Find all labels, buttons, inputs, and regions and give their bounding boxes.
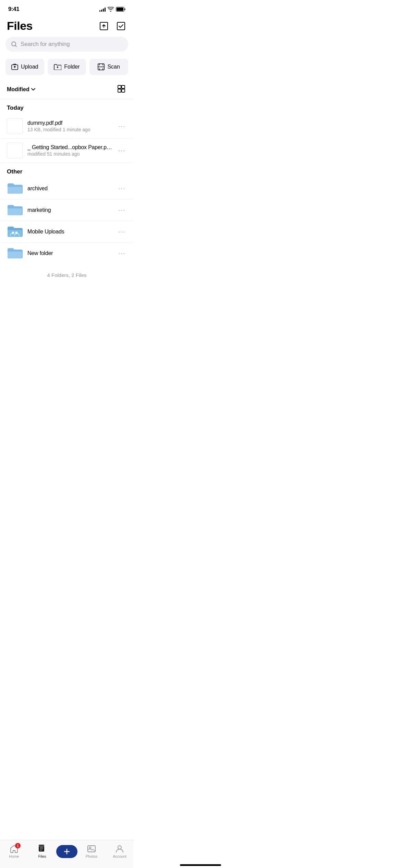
svg-rect-3 — [117, 22, 125, 30]
scan-button[interactable]: Scan — [89, 59, 128, 75]
file-name: _ Getting Started...opbox Paper.paper — [27, 144, 112, 150]
list-item[interactable]: New folder ··· — [0, 243, 134, 264]
status-bar: 9:41 — [0, 0, 134, 16]
folder-button[interactable]: Folder — [48, 59, 86, 75]
sort-bar: Modified — [0, 81, 134, 99]
file-thumbnail — [7, 118, 23, 134]
file-info: New folder — [27, 250, 112, 256]
add-folder-icon — [54, 64, 61, 70]
more-options-button[interactable]: ··· — [117, 247, 127, 260]
select-icon — [117, 22, 125, 31]
search-container: Search for anything — [0, 37, 134, 57]
upload-button[interactable]: Upload — [5, 59, 44, 75]
svg-point-4 — [12, 42, 16, 46]
list-item[interactable]: dummy.pdf.pdf 13 KB, modified 1 minute a… — [0, 114, 134, 138]
more-options-button[interactable]: ··· — [117, 204, 127, 217]
svg-rect-1 — [117, 8, 123, 11]
file-info: archived — [27, 185, 112, 192]
folder-name: Mobile Uploads — [27, 229, 112, 235]
grid-view-button[interactable] — [116, 83, 127, 95]
svg-rect-7 — [118, 85, 121, 88]
upload-button[interactable] — [98, 20, 110, 32]
file-thumbnail — [7, 143, 23, 158]
page-title: Files — [7, 19, 33, 33]
folder-icon — [7, 182, 23, 195]
wifi-icon — [108, 7, 114, 12]
file-info: dummy.pdf.pdf 13 KB, modified 1 minute a… — [27, 120, 112, 132]
svg-rect-10 — [122, 89, 125, 92]
file-meta: 13 KB, modified 1 minute ago — [27, 127, 112, 132]
search-placeholder: Search for anything — [21, 41, 70, 48]
list-item[interactable]: marketing ··· — [0, 200, 134, 221]
upload-label: Upload — [21, 64, 38, 70]
file-meta: modified 51 minutes ago — [27, 151, 112, 157]
status-time: 9:41 — [8, 6, 19, 13]
action-buttons: Upload Folder Scan — [0, 57, 134, 81]
more-options-button[interactable]: ··· — [117, 182, 127, 195]
list-item[interactable]: archived ··· — [0, 178, 134, 200]
more-options-button[interactable]: ··· — [117, 226, 127, 238]
mobile-uploads-folder-icon — [7, 225, 23, 238]
search-icon — [11, 41, 17, 47]
more-options-button[interactable]: ··· — [117, 144, 127, 157]
signal-icon — [99, 7, 106, 12]
file-list: Today dummy.pdf.pdf 13 KB, modified 1 mi… — [0, 99, 134, 264]
folder-label: Folder — [64, 64, 80, 70]
header: Files — [0, 16, 134, 37]
search-bar[interactable]: Search for anything — [5, 37, 128, 52]
chevron-down-icon — [31, 88, 36, 91]
footer-count: 4 Folders, 2 Files — [0, 264, 134, 285]
folder-name: New folder — [27, 250, 112, 256]
section-other: Other — [0, 163, 134, 178]
folder-name: archived — [27, 185, 112, 192]
file-name: dummy.pdf.pdf — [27, 120, 112, 126]
svg-rect-8 — [122, 85, 125, 88]
main-content: Files S — [0, 16, 134, 319]
folder-icon — [7, 204, 23, 217]
folder-name: marketing — [27, 207, 112, 213]
file-info: _ Getting Started...opbox Paper.paper mo… — [27, 144, 112, 157]
svg-point-11 — [12, 232, 14, 234]
list-item[interactable]: _ Getting Started...opbox Paper.paper mo… — [0, 138, 134, 163]
upload-icon — [99, 22, 108, 31]
sort-label-text: Modified — [7, 86, 29, 93]
section-today: Today — [0, 99, 134, 114]
header-actions — [98, 20, 127, 32]
status-icons — [99, 7, 125, 12]
grid-view-icon — [117, 85, 125, 93]
list-item[interactable]: Mobile Uploads ··· — [0, 221, 134, 243]
sort-button[interactable]: Modified — [7, 86, 36, 93]
upload-photo-icon — [11, 63, 18, 70]
scan-label: Scan — [107, 64, 120, 70]
svg-rect-9 — [118, 89, 121, 92]
folder-icon — [7, 247, 23, 260]
battery-icon — [116, 7, 125, 12]
scan-icon — [98, 63, 105, 70]
select-button[interactable] — [115, 20, 127, 32]
file-info: Mobile Uploads — [27, 229, 112, 235]
file-info: marketing — [27, 207, 112, 213]
more-options-button[interactable]: ··· — [117, 120, 127, 133]
